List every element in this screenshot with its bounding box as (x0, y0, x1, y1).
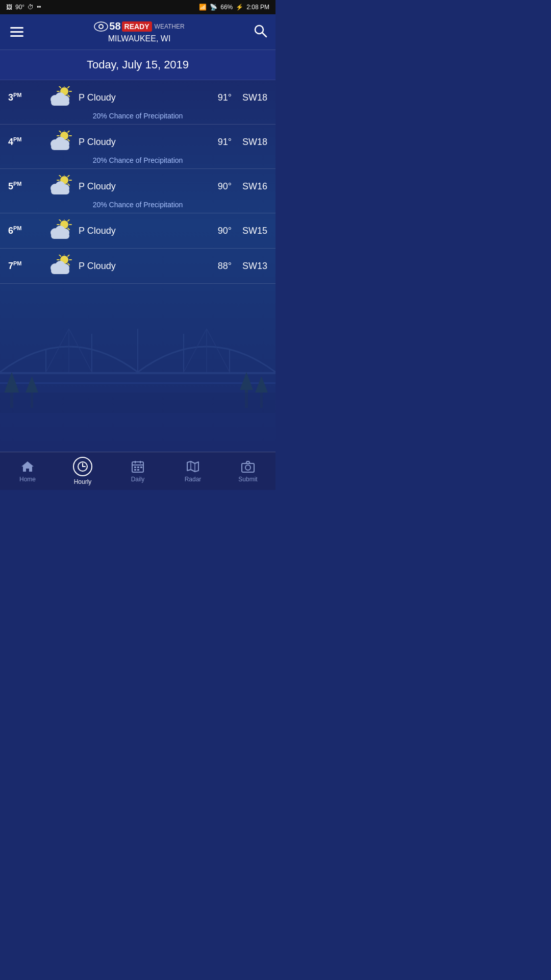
menu-button[interactable] (8, 25, 26, 39)
svg-rect-49 (51, 144, 69, 150)
date-bar: Today, July 15, 2019 (0, 50, 276, 80)
bridge-background (0, 270, 276, 413)
partly-cloudy-icon (46, 255, 72, 277)
svg-line-13 (69, 329, 92, 372)
nav-daily-label: Daily (131, 476, 145, 483)
hourly-weather-list: 3PM P Cloudy 91° (0, 80, 276, 444)
svg-line-43 (59, 131, 61, 132)
weather-item: 4PM P Cloudy 91° (0, 125, 276, 169)
svg-rect-60 (51, 188, 69, 194)
search-button[interactable] (253, 23, 267, 41)
weather-temp-2: 90° (201, 181, 232, 192)
svg-marker-24 (240, 372, 253, 390)
photo-icon: 🖼 (6, 4, 12, 11)
camera-icon (241, 459, 255, 474)
weather-condition-4: P Cloudy (74, 261, 201, 272)
precip-chance-2: 20% Chance of Precipitation (8, 201, 267, 209)
logo-brand: 58 READY WEATHER (94, 20, 184, 32)
battery-level: 66% (220, 4, 233, 11)
app-header: 58 READY WEATHER MILWAUKEE, WI (0, 14, 276, 50)
weather-icon-2 (44, 175, 74, 198)
nav-daily[interactable]: Daily (110, 452, 165, 490)
calendar-icon (131, 459, 145, 474)
nav-home[interactable]: Home (0, 452, 55, 490)
svg-line-29 (68, 86, 69, 88)
weather-condition-0: P Cloudy (74, 92, 201, 103)
weather-wind-2: SW16 (232, 181, 267, 192)
clock-time: 2:08 PM (246, 4, 269, 11)
weather-wind-1: SW18 (232, 137, 267, 148)
weather-time-2: 5PM (8, 181, 44, 192)
svg-point-2 (99, 25, 103, 28)
svg-line-65 (59, 219, 61, 221)
weather-condition-3: P Cloudy (74, 226, 201, 236)
weather-items-container: 3PM P Cloudy 91° (0, 80, 276, 284)
partly-cloudy-icon (46, 175, 72, 198)
weather-time-4: 7PM (8, 260, 44, 272)
svg-marker-26 (255, 376, 268, 393)
bottom-navigation: Home Hourly Daily (0, 452, 276, 490)
svg-rect-71 (51, 233, 69, 239)
partly-cloudy-icon (46, 131, 72, 153)
status-bar: 🖼 90° ⏱ •• 📶 📡 66% ⚡ 2:08 PM (0, 0, 276, 14)
svg-line-32 (59, 86, 61, 88)
hourly-circle-icon (73, 457, 92, 476)
weather-wind-3: SW15 (232, 226, 267, 236)
svg-rect-82 (51, 268, 69, 274)
weather-condition-2: P Cloudy (74, 181, 201, 192)
weather-time-0: 3PM (8, 92, 44, 103)
logo-ready-badge: READY (122, 21, 152, 32)
status-temp: 90° (15, 4, 24, 11)
city-label: MILWAUKEE, WI (108, 34, 171, 43)
weather-icon-1 (44, 131, 74, 153)
app-logo: 58 READY WEATHER MILWAUKEE, WI (26, 20, 253, 43)
weather-icon-0 (44, 86, 74, 109)
svg-rect-38 (51, 100, 69, 106)
weather-temp-0: 91° (201, 92, 232, 103)
wifi-icon: 📶 (199, 4, 207, 11)
svg-line-53 (68, 184, 69, 185)
home-icon (20, 459, 35, 474)
current-date: Today, July 15, 2019 (87, 58, 189, 71)
nav-radar[interactable]: Radar (165, 452, 220, 490)
svg-line-76 (59, 255, 61, 256)
weather-time-1: 4PM (8, 136, 44, 148)
weather-icon-3 (44, 219, 74, 242)
nav-hourly[interactable]: Hourly (55, 452, 110, 490)
clock-icon (77, 461, 88, 472)
svg-line-64 (68, 228, 69, 230)
svg-marker-22 (26, 376, 38, 393)
cbs-eye-icon (94, 21, 108, 32)
nav-home-label: Home (19, 476, 36, 483)
hamburger-line (10, 27, 23, 29)
weather-wind-0: SW18 (232, 92, 267, 103)
weather-wind-4: SW13 (232, 261, 267, 272)
svg-rect-6 (0, 382, 276, 384)
svg-rect-91 (137, 467, 139, 468)
svg-point-98 (245, 465, 251, 470)
svg-marker-20 (4, 380, 19, 393)
svg-line-62 (68, 219, 69, 221)
svg-rect-27 (0, 393, 276, 413)
svg-rect-94 (137, 469, 139, 471)
weather-temp-4: 88° (201, 261, 232, 272)
alarm-icon: ⏱ (28, 4, 34, 11)
status-left: 🖼 90° ⏱ •• (6, 4, 41, 11)
svg-line-4 (262, 33, 266, 37)
charging-icon: ⚡ (236, 4, 243, 11)
svg-rect-90 (134, 467, 136, 468)
weather-item: 7PM P Cloudy 88° (0, 249, 276, 284)
nav-submit[interactable]: Submit (220, 452, 276, 490)
logo-58: 58 (109, 20, 120, 32)
hamburger-line (10, 31, 23, 33)
signal-icon: 📡 (210, 4, 217, 11)
svg-line-31 (68, 95, 69, 96)
svg-line-15 (184, 329, 207, 372)
svg-rect-92 (140, 467, 142, 468)
svg-line-73 (68, 255, 69, 256)
status-right: 📶 📡 66% ⚡ 2:08 PM (199, 4, 269, 11)
weather-temp-1: 91° (201, 137, 232, 148)
more-icon: •• (37, 4, 41, 11)
logo-weather-text: WEATHER (155, 23, 185, 30)
nav-hourly-label: Hourly (74, 478, 92, 485)
